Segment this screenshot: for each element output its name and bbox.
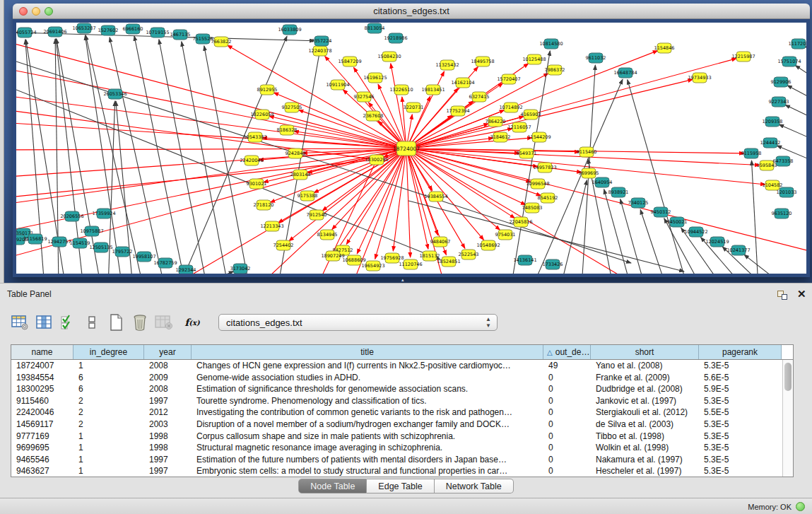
network-node[interactable]: 2803144 bbox=[290, 170, 311, 180]
table-cell[interactable]: 1 bbox=[73, 360, 144, 372]
network-node[interactable]: 14136141 bbox=[513, 255, 536, 265]
table-cell[interactable]: 5.3E-5 bbox=[699, 431, 782, 443]
column-header-in-degree[interactable]: in_degree bbox=[73, 345, 144, 359]
table-cell[interactable]: de Silva et al. (2003) bbox=[591, 419, 699, 431]
table-cell[interactable]: 5.3E-5 bbox=[699, 395, 782, 407]
new-table-button[interactable] bbox=[105, 312, 126, 333]
table-row[interactable]: 911546021997Tourette syndrome. Phenomeno… bbox=[11, 395, 782, 407]
column-header-short[interactable]: short bbox=[591, 345, 699, 359]
table-cell[interactable]: 2 bbox=[73, 419, 144, 431]
table-row[interactable]: 977716911998Corpus callosum shape and si… bbox=[11, 431, 782, 443]
table-row[interactable]: 1872400712008Changes of HCN gene express… bbox=[11, 360, 782, 372]
network-node[interactable]: 19734933 bbox=[688, 73, 711, 83]
table-cell[interactable]: 5.3E-5 bbox=[699, 442, 782, 454]
network-node[interactable]: 19218986 bbox=[384, 33, 407, 43]
table-cell[interactable]: 0 bbox=[543, 465, 591, 477]
network-edge[interactable] bbox=[158, 148, 406, 274]
table-cell[interactable]: 5.9E-5 bbox=[699, 383, 782, 395]
network-edge[interactable] bbox=[110, 37, 165, 274]
table-cell[interactable]: 1 bbox=[73, 431, 144, 443]
network-edge[interactable] bbox=[16, 148, 406, 150]
table-cell[interactable]: Structural magnetic resonance image aver… bbox=[192, 442, 543, 454]
function-builder-button[interactable]: f(x) bbox=[182, 312, 203, 333]
network-edge[interactable] bbox=[16, 37, 406, 148]
table-cell[interactable]: Investigating the contribution of common… bbox=[192, 407, 543, 419]
network-node[interactable]: 12240378 bbox=[308, 46, 331, 56]
network-node[interactable]: 15847209 bbox=[338, 57, 361, 66]
network-node[interactable]: 10944522 bbox=[684, 227, 707, 237]
table-cell[interactable]: 1 bbox=[73, 465, 144, 477]
network-node[interactable]: 9450312 bbox=[651, 207, 671, 217]
network-node[interactable]: 9611032 bbox=[586, 53, 606, 63]
table-cell[interactable]: 0 bbox=[543, 419, 591, 431]
scrollbar-thumb[interactable] bbox=[784, 363, 792, 391]
table-cell[interactable]: 1997 bbox=[144, 395, 192, 407]
network-node[interactable]: 15084230 bbox=[377, 52, 401, 62]
table-row[interactable]: 1938455462009Genome-wide association stu… bbox=[11, 372, 782, 384]
network-node[interactable]: 22420046 bbox=[240, 156, 263, 165]
table-cell[interactable]: Changes of HCN gene expression and I(f) … bbox=[192, 360, 543, 372]
network-node[interactable]: 17752394 bbox=[446, 106, 469, 116]
select-all-button[interactable] bbox=[57, 312, 78, 333]
network-edge[interactable] bbox=[779, 124, 806, 146]
network-edge[interactable] bbox=[393, 148, 406, 251]
table-cell[interactable]: Tourette syndrome. Phenomenology and cla… bbox=[192, 395, 543, 407]
table-cell[interactable]: 1998 bbox=[144, 431, 192, 443]
tab-network-table[interactable]: Network Table bbox=[435, 479, 514, 493]
network-node[interactable]: 10548692 bbox=[476, 240, 500, 250]
network-node[interactable]: 10814580 bbox=[539, 39, 563, 49]
column-header-name[interactable]: name bbox=[11, 345, 73, 359]
table-cell[interactable]: 9777169 bbox=[11, 431, 73, 443]
table-cell[interactable]: 18724007 bbox=[11, 360, 73, 372]
network-node[interactable]: 8912955 bbox=[257, 85, 278, 95]
table-cell[interactable]: Dudbridge et al. (2008) bbox=[591, 383, 699, 395]
table-cell[interactable]: 49 bbox=[543, 360, 591, 372]
network-node[interactable]: 7340125 bbox=[628, 198, 649, 208]
network-edge[interactable] bbox=[744, 255, 787, 274]
network-node[interactable]: 9327546 bbox=[354, 92, 375, 102]
table-cell[interactable]: Yano et al. (2008) bbox=[591, 360, 699, 372]
table-cell[interactable]: Stergiakouli et al. (2012) bbox=[591, 407, 699, 419]
table-cell[interactable]: 9699695 bbox=[11, 442, 73, 454]
table-cell[interactable]: 2003 bbox=[144, 419, 192, 431]
network-node[interactable]: 12942757 bbox=[47, 237, 71, 247]
network-node[interactable]: 10543382 bbox=[243, 132, 266, 142]
network-node[interactable]: 1292344 bbox=[176, 265, 196, 274]
network-node[interactable]: 15751074 bbox=[777, 57, 801, 66]
table-cell[interactable]: Corpus callosum shape and size in male p… bbox=[192, 431, 543, 443]
network-edge[interactable] bbox=[787, 86, 806, 107]
table-cell[interactable]: 5.3E-5 bbox=[699, 360, 782, 372]
table-cell[interactable]: 5.3E-5 bbox=[699, 419, 782, 431]
table-cell[interactable]: Estimation of the future numbers of pati… bbox=[192, 454, 543, 466]
network-node[interactable]: 12116057 bbox=[507, 122, 531, 132]
table-cell[interactable]: Nakamura et al. (1997) bbox=[591, 454, 699, 466]
table-cell[interactable]: Jankovic et al. (1997) bbox=[591, 395, 699, 407]
table-row[interactable]: 2242004622012Investigating the contribut… bbox=[11, 407, 782, 419]
network-node[interactable]: 1527602 bbox=[98, 25, 119, 35]
table-cell[interactable]: 5.3E-5 bbox=[699, 465, 782, 477]
table-row[interactable]: 946554611997Estimation of the future num… bbox=[11, 454, 782, 466]
network-node[interactable]: 1154846 bbox=[654, 43, 675, 53]
network-node[interactable]: 14162104 bbox=[451, 78, 474, 88]
table-cell[interactable]: 2012 bbox=[144, 407, 192, 419]
table-cell[interactable]: Embryonic stem cells: a model to study s… bbox=[192, 465, 543, 477]
network-node[interactable]: 7357224 bbox=[312, 36, 332, 46]
table-cell[interactable]: Tibbo et al. (1998) bbox=[591, 431, 699, 443]
table-cell[interactable]: 2008 bbox=[144, 383, 192, 395]
table-settings-button[interactable] bbox=[9, 312, 30, 333]
table-cell[interactable]: 9115460 bbox=[11, 395, 73, 407]
close-panel-icon[interactable]: ✕ bbox=[797, 288, 806, 300]
table-row[interactable]: 1830029562008Estimation of significance … bbox=[11, 383, 782, 395]
tab-edge-table[interactable]: Edge Table bbox=[367, 479, 434, 493]
table-cell[interactable]: Estimation of significance thresholds fo… bbox=[192, 383, 543, 395]
network-node[interactable]: 8115958 bbox=[741, 148, 762, 158]
table-cell[interactable]: Franke et al. (2009) bbox=[591, 372, 699, 384]
network-node[interactable]: 9635120 bbox=[772, 209, 792, 218]
column-header-year[interactable]: year bbox=[144, 345, 192, 359]
tab-node-table[interactable]: Node Table bbox=[298, 479, 367, 493]
network-node[interactable]: 1117203 bbox=[789, 39, 806, 49]
network-node[interactable]: 9699695 bbox=[579, 168, 599, 178]
network-node[interactable]: 2718120 bbox=[254, 200, 274, 210]
table-cell[interactable]: 19384554 bbox=[11, 372, 73, 384]
network-node[interactable]: 22045816 bbox=[509, 217, 532, 227]
